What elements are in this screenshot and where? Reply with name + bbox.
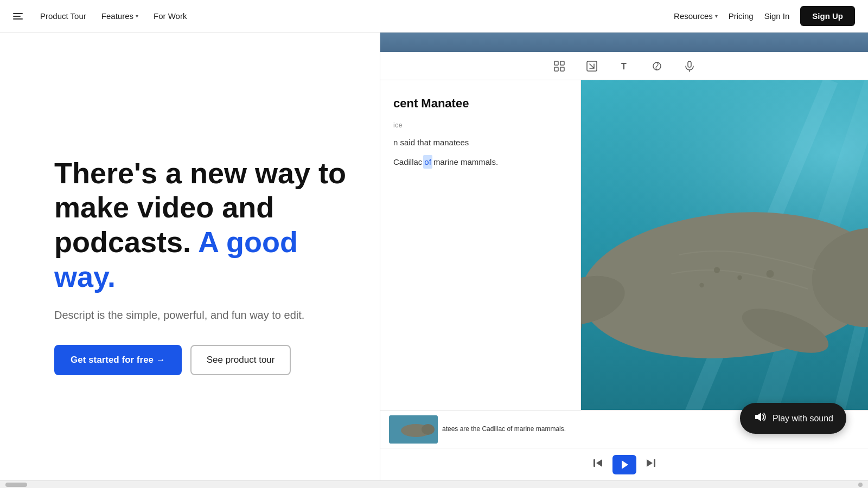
logo[interactable] [13,13,23,20]
nav-product-tour[interactable]: Product Tour [40,11,86,21]
get-started-button[interactable]: Get started for free → [54,345,182,375]
nav-left: Product Tour Features ▾ For Work [40,11,674,21]
nav-features[interactable]: Features ▾ [101,11,138,21]
svg-rect-1 [560,61,564,65]
svg-marker-32 [596,459,602,467]
nav-sign-in[interactable]: Sign In [764,11,790,21]
grid-icon[interactable] [551,57,568,75]
skip-forward-button[interactable] [645,457,657,472]
chevron-down-icon: ▾ [136,13,138,19]
scrollbar[interactable] [0,480,868,488]
editor-text-line1: n said that manatees [393,136,567,150]
nav-for-work[interactable]: For Work [154,11,187,21]
app-toolbar: T [380,52,868,80]
hero-section: There's a new way to make video and podc… [0,33,380,488]
playback-controls [380,448,868,480]
svg-rect-0 [554,61,558,65]
app-window: T [380,33,868,488]
video-panel [581,80,868,445]
hero-title-accent: A good way. [54,226,298,293]
main-content: There's a new way to make video and podc… [0,33,868,488]
effects-icon[interactable] [648,57,666,75]
hero-buttons: Get started for free → See product tour [54,345,347,375]
sound-icon [753,410,766,426]
svg-marker-34 [647,459,653,467]
expand-icon[interactable] [583,57,601,75]
nav-resources[interactable]: Resources ▾ [674,11,718,21]
svg-point-25 [737,275,742,280]
chevron-down-icon: ▾ [715,13,718,19]
play-with-sound-label: Play with sound [773,414,833,423]
app-topbar [380,33,868,52]
sign-up-button[interactable]: Sign Up [800,6,855,26]
hamburger-icon[interactable] [13,13,23,20]
play-button[interactable] [612,455,636,474]
editor-tag: ice [393,121,567,129]
thumbnail-item[interactable] [389,415,438,444]
svg-rect-7 [688,61,691,67]
app-preview-panel: T [380,33,868,488]
editor-text-line2: Cadillac of marine mammals. [393,155,567,169]
svg-text:T: T [621,62,627,71]
see-product-tour-button[interactable]: See product tour [190,345,291,375]
nav-right: Resources ▾ Pricing Sign In Sign Up [674,6,855,26]
editor-document-title: cent Manatee [393,97,567,111]
text-icon[interactable]: T [616,57,633,75]
skip-back-button[interactable] [592,457,604,472]
highlighted-word: of [423,155,432,169]
svg-point-30 [422,424,435,435]
play-icon [622,460,628,469]
navigation: Product Tour Features ▾ For Work Resourc… [0,0,868,33]
svg-rect-33 [654,459,655,467]
thumbnail-caption: atees are the Cadillac of marine mammals… [442,425,566,434]
svg-point-24 [714,267,720,273]
scrollbar-right-arrow[interactable] [858,483,863,487]
manatee-video-frame [581,80,868,445]
svg-rect-2 [554,67,558,71]
scrollbar-thumb[interactable] [5,483,27,487]
svg-marker-35 [755,413,761,421]
hero-title: There's a new way to make video and podc… [54,156,347,294]
app-content-area: cent Manatee ice n said that manatees Ca… [380,80,868,445]
svg-point-27 [699,283,704,287]
svg-rect-31 [593,459,595,467]
play-with-sound-button[interactable]: Play with sound [740,403,846,434]
svg-point-26 [767,270,774,278]
hero-subtitle: Descript is the simple, powerful, and fu… [54,307,347,323]
editor-panel: cent Manatee ice n said that manatees Ca… [380,80,581,445]
thumbnail-image [389,415,438,444]
microphone-icon[interactable] [681,57,698,75]
nav-pricing[interactable]: Pricing [729,11,754,21]
svg-rect-3 [560,67,564,71]
